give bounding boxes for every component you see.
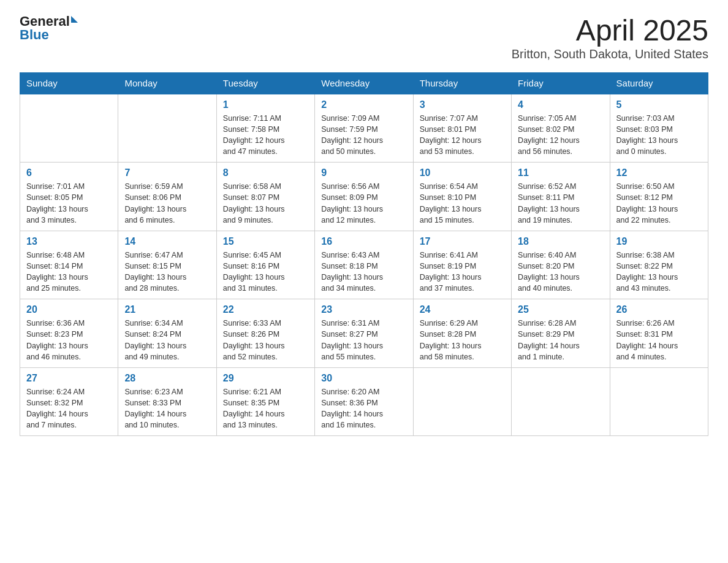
weekday-header-thursday: Thursday bbox=[413, 72, 511, 94]
cell-date-number: 26 bbox=[616, 304, 702, 315]
calendar-cell: 3Sunrise: 7:07 AM Sunset: 8:01 PM Daylig… bbox=[413, 94, 511, 163]
calendar-cell bbox=[512, 367, 610, 436]
calendar-cell bbox=[610, 367, 708, 436]
cell-info-text: Sunrise: 6:38 AM Sunset: 8:22 PM Dayligh… bbox=[616, 250, 702, 294]
calendar-cell: 13Sunrise: 6:48 AM Sunset: 8:14 PM Dayli… bbox=[20, 231, 118, 299]
calendar-week-2: 6Sunrise: 7:01 AM Sunset: 8:05 PM Daylig… bbox=[20, 163, 708, 231]
calendar-week-1: 1Sunrise: 7:11 AM Sunset: 7:58 PM Daylig… bbox=[20, 94, 708, 163]
calendar-cell bbox=[413, 367, 511, 436]
cell-info-text: Sunrise: 7:11 AM Sunset: 7:58 PM Dayligh… bbox=[223, 113, 308, 158]
cell-date-number: 11 bbox=[518, 167, 603, 178]
calendar-cell: 23Sunrise: 6:31 AM Sunset: 8:27 PM Dayli… bbox=[315, 299, 413, 368]
calendar-cell: 14Sunrise: 6:47 AM Sunset: 8:15 PM Dayli… bbox=[118, 231, 216, 299]
calendar-cell: 30Sunrise: 6:20 AM Sunset: 8:36 PM Dayli… bbox=[315, 367, 413, 436]
cell-info-text: Sunrise: 6:23 AM Sunset: 8:33 PM Dayligh… bbox=[124, 386, 210, 431]
calendar-cell: 15Sunrise: 6:45 AM Sunset: 8:16 PM Dayli… bbox=[216, 231, 314, 299]
cell-info-text: Sunrise: 6:28 AM Sunset: 8:29 PM Dayligh… bbox=[518, 318, 603, 362]
cell-date-number: 17 bbox=[420, 236, 505, 247]
cell-info-text: Sunrise: 6:45 AM Sunset: 8:16 PM Dayligh… bbox=[223, 250, 308, 294]
calendar-cell: 1Sunrise: 7:11 AM Sunset: 7:58 PM Daylig… bbox=[216, 94, 314, 163]
logo-triangle-icon bbox=[71, 16, 78, 23]
weekday-header-friday: Friday bbox=[512, 72, 610, 94]
cell-info-text: Sunrise: 6:56 AM Sunset: 8:09 PM Dayligh… bbox=[321, 181, 406, 226]
calendar-week-5: 27Sunrise: 6:24 AM Sunset: 8:32 PM Dayli… bbox=[20, 367, 708, 436]
calendar-cell: 5Sunrise: 7:03 AM Sunset: 8:03 PM Daylig… bbox=[610, 94, 708, 163]
cell-date-number: 22 bbox=[223, 304, 308, 315]
cell-date-number: 28 bbox=[124, 373, 210, 384]
cell-date-number: 29 bbox=[223, 373, 308, 384]
cell-info-text: Sunrise: 6:54 AM Sunset: 8:10 PM Dayligh… bbox=[420, 181, 505, 226]
cell-date-number: 10 bbox=[420, 167, 505, 178]
cell-info-text: Sunrise: 6:34 AM Sunset: 8:24 PM Dayligh… bbox=[124, 318, 210, 362]
cell-date-number: 25 bbox=[518, 304, 603, 315]
calendar-cell: 20Sunrise: 6:36 AM Sunset: 8:23 PM Dayli… bbox=[20, 299, 118, 368]
cell-date-number: 24 bbox=[420, 304, 505, 315]
cell-info-text: Sunrise: 6:41 AM Sunset: 8:19 PM Dayligh… bbox=[420, 250, 505, 294]
cell-info-text: Sunrise: 6:50 AM Sunset: 8:12 PM Dayligh… bbox=[616, 181, 702, 226]
cell-date-number: 20 bbox=[26, 304, 112, 315]
cell-info-text: Sunrise: 6:24 AM Sunset: 8:32 PM Dayligh… bbox=[26, 386, 112, 431]
cell-date-number: 4 bbox=[518, 99, 603, 110]
cell-info-text: Sunrise: 6:36 AM Sunset: 8:23 PM Dayligh… bbox=[26, 318, 112, 362]
calendar-header: SundayMondayTuesdayWednesdayThursdayFrid… bbox=[20, 72, 708, 94]
logo-blue-text: Blue bbox=[20, 28, 49, 42]
calendar-table: SundayMondayTuesdayWednesdayThursdayFrid… bbox=[20, 72, 708, 437]
logo: General Blue bbox=[20, 15, 78, 42]
cell-info-text: Sunrise: 6:20 AM Sunset: 8:36 PM Dayligh… bbox=[321, 386, 406, 431]
calendar-cell: 26Sunrise: 6:26 AM Sunset: 8:31 PM Dayli… bbox=[610, 299, 708, 368]
weekday-header-sunday: Sunday bbox=[20, 72, 118, 94]
calendar-cell: 17Sunrise: 6:41 AM Sunset: 8:19 PM Dayli… bbox=[413, 231, 511, 299]
weekday-header-saturday: Saturday bbox=[610, 72, 708, 94]
title-block: April 2025 Britton, South Dakota, United… bbox=[512, 15, 708, 61]
cell-date-number: 21 bbox=[124, 304, 210, 315]
cell-date-number: 27 bbox=[26, 373, 112, 384]
cell-info-text: Sunrise: 6:33 AM Sunset: 8:26 PM Dayligh… bbox=[223, 318, 308, 362]
cell-date-number: 3 bbox=[420, 99, 505, 110]
calendar-cell: 28Sunrise: 6:23 AM Sunset: 8:33 PM Dayli… bbox=[118, 367, 216, 436]
cell-date-number: 7 bbox=[124, 167, 210, 178]
cell-info-text: Sunrise: 6:47 AM Sunset: 8:15 PM Dayligh… bbox=[124, 250, 210, 294]
cell-date-number: 23 bbox=[321, 304, 406, 315]
cell-date-number: 16 bbox=[321, 236, 406, 247]
calendar-cell: 18Sunrise: 6:40 AM Sunset: 8:20 PM Dayli… bbox=[512, 231, 610, 299]
calendar-subtitle: Britton, South Dakota, United States bbox=[512, 47, 708, 61]
calendar-cell: 21Sunrise: 6:34 AM Sunset: 8:24 PM Dayli… bbox=[118, 299, 216, 368]
weekday-header-wednesday: Wednesday bbox=[315, 72, 413, 94]
cell-date-number: 12 bbox=[616, 167, 702, 178]
weekday-header-monday: Monday bbox=[118, 72, 216, 94]
calendar-cell bbox=[118, 94, 216, 163]
cell-info-text: Sunrise: 7:09 AM Sunset: 7:59 PM Dayligh… bbox=[321, 113, 406, 158]
calendar-cell: 16Sunrise: 6:43 AM Sunset: 8:18 PM Dayli… bbox=[315, 231, 413, 299]
cell-info-text: Sunrise: 6:43 AM Sunset: 8:18 PM Dayligh… bbox=[321, 250, 406, 294]
logo-general-text: General bbox=[20, 15, 70, 28]
cell-date-number: 2 bbox=[321, 99, 406, 110]
cell-info-text: Sunrise: 7:03 AM Sunset: 8:03 PM Dayligh… bbox=[616, 113, 702, 158]
cell-info-text: Sunrise: 6:48 AM Sunset: 8:14 PM Dayligh… bbox=[26, 250, 112, 294]
page-header: General Blue April 2025 Britton, South D… bbox=[20, 15, 708, 61]
calendar-cell: 8Sunrise: 6:58 AM Sunset: 8:07 PM Daylig… bbox=[216, 163, 314, 231]
calendar-cell: 27Sunrise: 6:24 AM Sunset: 8:32 PM Dayli… bbox=[20, 367, 118, 436]
calendar-cell: 25Sunrise: 6:28 AM Sunset: 8:29 PM Dayli… bbox=[512, 299, 610, 368]
cell-info-text: Sunrise: 6:40 AM Sunset: 8:20 PM Dayligh… bbox=[518, 250, 603, 294]
weekday-row: SundayMondayTuesdayWednesdayThursdayFrid… bbox=[20, 72, 708, 94]
calendar-cell: 10Sunrise: 6:54 AM Sunset: 8:10 PM Dayli… bbox=[413, 163, 511, 231]
calendar-cell: 4Sunrise: 7:05 AM Sunset: 8:02 PM Daylig… bbox=[512, 94, 610, 163]
calendar-title: April 2025 bbox=[512, 15, 708, 47]
cell-date-number: 1 bbox=[223, 99, 308, 110]
calendar-cell: 24Sunrise: 6:29 AM Sunset: 8:28 PM Dayli… bbox=[413, 299, 511, 368]
cell-date-number: 6 bbox=[26, 167, 112, 178]
cell-info-text: Sunrise: 6:52 AM Sunset: 8:11 PM Dayligh… bbox=[518, 181, 603, 226]
calendar-body: 1Sunrise: 7:11 AM Sunset: 7:58 PM Daylig… bbox=[20, 94, 708, 436]
cell-info-text: Sunrise: 6:58 AM Sunset: 8:07 PM Dayligh… bbox=[223, 181, 308, 226]
calendar-cell: 19Sunrise: 6:38 AM Sunset: 8:22 PM Dayli… bbox=[610, 231, 708, 299]
cell-date-number: 15 bbox=[223, 236, 308, 247]
calendar-cell bbox=[20, 94, 118, 163]
calendar-cell: 22Sunrise: 6:33 AM Sunset: 8:26 PM Dayli… bbox=[216, 299, 314, 368]
cell-date-number: 18 bbox=[518, 236, 603, 247]
cell-date-number: 13 bbox=[26, 236, 112, 247]
cell-info-text: Sunrise: 6:59 AM Sunset: 8:06 PM Dayligh… bbox=[124, 181, 210, 226]
cell-date-number: 14 bbox=[124, 236, 210, 247]
calendar-cell: 2Sunrise: 7:09 AM Sunset: 7:59 PM Daylig… bbox=[315, 94, 413, 163]
cell-date-number: 30 bbox=[321, 373, 406, 384]
calendar-cell: 11Sunrise: 6:52 AM Sunset: 8:11 PM Dayli… bbox=[512, 163, 610, 231]
